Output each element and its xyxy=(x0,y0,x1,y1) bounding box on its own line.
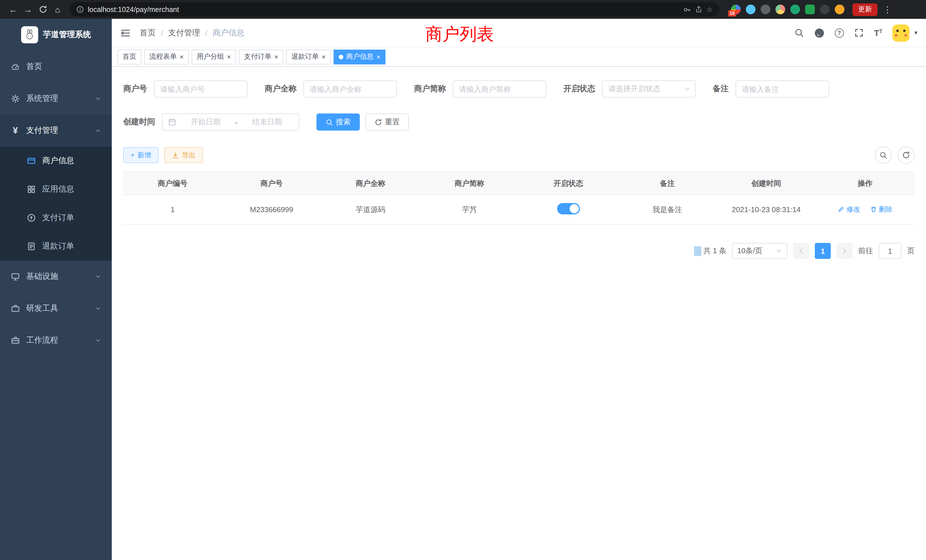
browser-back-icon[interactable]: ← xyxy=(6,2,21,17)
app-logo[interactable]: 芋道管理系统 xyxy=(0,19,112,51)
help-icon[interactable]: ? xyxy=(835,28,844,37)
sidebar-submenu-payment: 商户信息 应用信息 支付订单 xyxy=(0,147,112,260)
pay-order-icon xyxy=(26,213,36,222)
refresh-button[interactable] xyxy=(897,147,915,163)
tab-pay-order[interactable]: 支付订单 × xyxy=(239,49,283,64)
url-bar[interactable]: localhost:1024/pay/merchant ☆ xyxy=(70,2,720,17)
tab-label: 支付订单 xyxy=(244,52,271,62)
sidebar-item-label: 应用信息 xyxy=(42,184,101,194)
password-key-icon[interactable] xyxy=(683,5,691,14)
dashboard-icon xyxy=(10,62,21,71)
page-1-button[interactable]: 1 xyxy=(815,243,831,259)
add-button[interactable]: + 新增 xyxy=(123,147,159,163)
chevron-up-icon xyxy=(95,127,101,134)
reset-button[interactable]: 重置 xyxy=(366,114,409,130)
next-page-button[interactable] xyxy=(837,243,852,259)
extension-drop-icon[interactable] xyxy=(746,5,755,14)
close-icon[interactable]: × xyxy=(274,53,278,60)
merchant-name-input[interactable] xyxy=(303,80,397,97)
edit-link[interactable]: 修改 xyxy=(838,205,860,215)
remark-input[interactable] xyxy=(735,80,829,97)
browser-reload-icon[interactable] xyxy=(35,2,50,17)
filter-label: 开启状态 xyxy=(563,84,595,94)
col-merchant-index: 商户编号 xyxy=(123,172,222,195)
delete-link[interactable]: 删除 xyxy=(870,205,892,215)
sidebar-item-payment[interactable]: ¥ 支付管理 xyxy=(0,115,112,147)
tab-refund-order[interactable]: 退款订单 × xyxy=(286,49,331,64)
browser-update-button[interactable]: 更新 xyxy=(852,3,878,16)
close-icon[interactable]: × xyxy=(376,53,380,60)
page-info-icon[interactable] xyxy=(76,6,84,13)
browser-menu-icon[interactable]: ⋮ xyxy=(883,4,892,15)
breadcrumb-payment[interactable]: 支付管理 xyxy=(168,28,200,38)
goto-page-input[interactable] xyxy=(879,243,902,259)
sidebar-item-system[interactable]: 系统管理 xyxy=(0,83,112,115)
browser-home-icon[interactable]: ⌂ xyxy=(50,2,65,17)
sidebar-item-label: 研发工具 xyxy=(26,303,89,314)
status-toggle[interactable] xyxy=(557,203,580,215)
extension-green-check-icon[interactable] xyxy=(790,5,800,14)
search-button[interactable]: 搜索 xyxy=(316,114,360,130)
sidebar-subitem-refund-order[interactable]: 退款订单 xyxy=(0,232,112,260)
page-size-select[interactable]: 10条/页 xyxy=(732,243,787,259)
merchant-no-input[interactable] xyxy=(154,80,247,97)
extension-dark-icon[interactable] xyxy=(820,5,830,14)
breadcrumb-separator: / xyxy=(205,28,207,37)
prev-page-button[interactable] xyxy=(793,243,809,259)
pagination-total: 共 1 条 xyxy=(704,246,726,256)
edit-label: 修改 xyxy=(846,205,860,215)
bookmark-star-icon[interactable]: ☆ xyxy=(707,5,713,14)
font-size-icon[interactable]: TT xyxy=(874,28,882,38)
extension-gray-icon[interactable] xyxy=(761,5,770,14)
close-icon[interactable]: × xyxy=(322,53,325,60)
sidebar-item-home[interactable]: 首页 xyxy=(0,51,112,83)
user-avatar[interactable] xyxy=(893,24,910,41)
tab-label: 流程表单 xyxy=(150,52,177,62)
filter-label: 商户号 xyxy=(123,84,147,94)
sidebar-subitem-app-info[interactable]: 应用信息 xyxy=(0,175,112,204)
cell-merchant-no: M233666999 xyxy=(222,195,321,224)
browser-forward-icon[interactable]: → xyxy=(21,2,35,17)
short-name-input[interactable] xyxy=(453,80,546,97)
date-range-picker[interactable]: 开始日期 - 结束日期 xyxy=(162,114,300,130)
close-icon[interactable]: × xyxy=(180,53,184,60)
tab-process-form[interactable]: 流程表单 × xyxy=(144,49,189,64)
avatar-caret-icon[interactable]: ▾ xyxy=(914,29,917,36)
sidebar-subitem-merchant-info[interactable]: 商户信息 xyxy=(0,147,112,175)
tab-user-group[interactable]: 用户分组 × xyxy=(192,49,236,64)
sidebar-subitem-pay-order[interactable]: 支付订单 xyxy=(0,204,112,232)
status-select[interactable]: 请选择开启状态 xyxy=(602,80,696,97)
cell-create-time: 2021-10-23 08:31:14 xyxy=(717,195,816,224)
sidebar-item-devtools[interactable]: 研发工具 xyxy=(0,292,112,324)
search-icon[interactable] xyxy=(794,28,804,38)
extension-sheet-icon[interactable] xyxy=(805,5,815,14)
pagination: 共 1 条 10条/页 1 前往 xyxy=(123,243,915,259)
tab-home[interactable]: 首页 xyxy=(118,49,141,64)
menu-fold-icon[interactable] xyxy=(120,28,130,38)
cell-short-name: 芋艿 xyxy=(420,195,519,224)
goto-prefix: 前往 xyxy=(858,246,873,256)
extension-pinwheel-icon[interactable]: 10 xyxy=(731,5,741,14)
github-icon[interactable] xyxy=(814,28,825,38)
app: 芋道管理系统 首页 系统管理 ¥ 支付管理 xyxy=(0,19,926,560)
extension-emoji-icon[interactable] xyxy=(835,5,844,14)
cell-status xyxy=(519,195,618,224)
sidebar-item-workflow[interactable]: 工作流程 xyxy=(0,324,112,356)
sidebar-item-infrastructure[interactable]: 基础设施 xyxy=(0,260,112,292)
extension-icons: 10 xyxy=(731,5,844,14)
toggle-search-button[interactable] xyxy=(875,147,892,163)
sidebar-item-label: 退款订单 xyxy=(42,241,101,251)
tab-merchant-info[interactable]: 商户信息 × xyxy=(334,49,386,64)
breadcrumb-home[interactable]: 首页 xyxy=(140,28,156,38)
tags-view: 首页 流程表单 × 用户分组 × 支付订单 × 退款订单 × xyxy=(112,47,926,67)
fullscreen-icon[interactable] xyxy=(854,28,864,38)
table-header-row: 商户编号 商户号 商户全称 商户简称 开启状态 备注 创建时间 操作 xyxy=(123,172,915,195)
export-button[interactable]: 导出 xyxy=(164,147,203,163)
extension-color-icon[interactable] xyxy=(775,5,785,14)
sidebar-item-label: 首页 xyxy=(26,62,101,72)
close-icon[interactable]: × xyxy=(227,53,231,60)
start-date-placeholder: 开始日期 xyxy=(180,117,232,127)
filter-row-1: 商户号 商户全称 商户简称 开启状态 请选择开启状态 xyxy=(123,80,915,97)
share-icon[interactable] xyxy=(695,6,702,13)
logo-rabbit-icon xyxy=(21,26,38,43)
